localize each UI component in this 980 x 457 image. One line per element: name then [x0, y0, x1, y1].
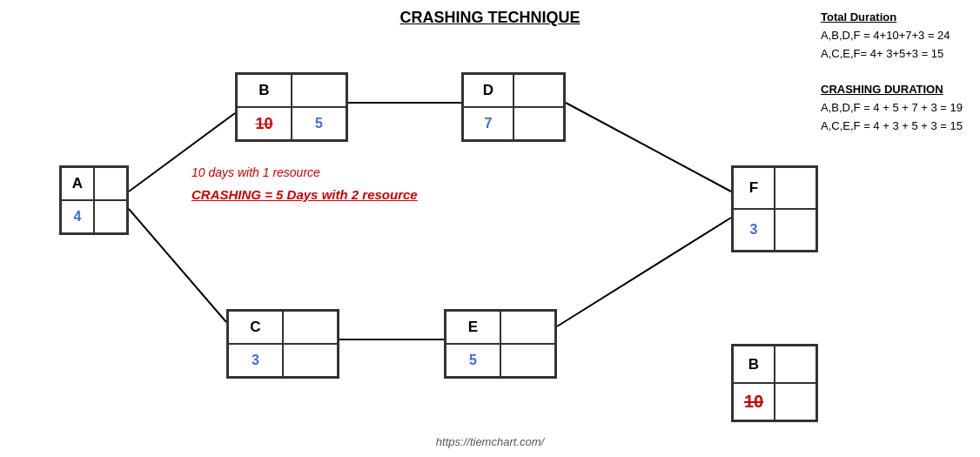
node-d-value: 7 [463, 107, 513, 140]
node-f-label: F [733, 167, 775, 209]
svg-line-5 [557, 218, 731, 326]
crashing-line2: A,C,E,F = 4 + 3 + 5 + 3 = 15 [821, 118, 963, 136]
crashing-title: CRASHING DURATION [821, 81, 963, 99]
node-b-value-blue: 5 [292, 107, 346, 140]
node-b: B 10 5 [235, 72, 348, 142]
info-panel: Total Duration A,B,D,F = 4+10+7+3 = 24 A… [821, 9, 963, 136]
node-b2: B 10 [731, 344, 818, 422]
svg-line-0 [129, 113, 235, 192]
url-text: https://tiemchart.com/ [436, 435, 544, 448]
total-line2: A,C,E,F= 4+ 3+5+3 = 15 [821, 45, 963, 64]
node-a-label: A [61, 167, 94, 200]
node-b2-value-red: 10 [744, 392, 763, 412]
node-f-value: 3 [733, 209, 775, 251]
node-e-value: 5 [446, 344, 500, 377]
annotation-resource-1: 10 days with 1 resource [191, 165, 320, 179]
node-d: D 7 [461, 72, 566, 142]
total-duration-title: Total Duration [821, 9, 963, 27]
node-e-label: E [446, 311, 500, 344]
node-c-value: 3 [228, 344, 283, 377]
node-d-label: D [463, 74, 513, 107]
total-line1: A,B,D,F = 4+10+7+3 = 24 [821, 27, 963, 45]
annotation-crashing: CRASHING = 5 Days with 2 resource [191, 187, 418, 202]
node-a: A 4 [59, 165, 129, 235]
node-b2-label: B [733, 346, 775, 383]
node-f: F 3 [731, 165, 818, 252]
node-e: E 5 [444, 309, 557, 379]
node-c: C 3 [226, 309, 339, 379]
node-c-label: C [228, 311, 283, 344]
node-a-value: 4 [61, 200, 94, 233]
node-b-value-red: 10 [255, 115, 272, 133]
node-b-label: B [237, 74, 292, 107]
svg-line-2 [566, 103, 731, 192]
page-title: CRASHING TECHNIQUE [399, 9, 580, 27]
crashing-line1: A,B,D,F = 4 + 5 + 7 + 3 = 19 [821, 99, 963, 118]
svg-line-3 [129, 209, 226, 322]
